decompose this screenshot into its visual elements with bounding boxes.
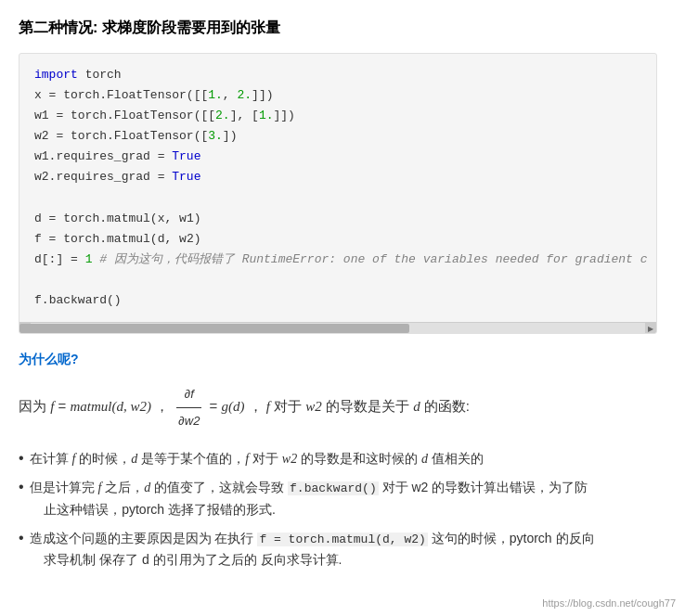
attr-requires-grad-2: requires_grad <box>56 170 149 184</box>
func-floattensor-3: torch.FloatTensor <box>71 129 194 143</box>
code-block: import torch x = torch.FloatTensor([[1.,… <box>19 54 656 322</box>
scroll-arrow-right[interactable]: ▶ <box>645 323 656 334</box>
math-g-d: g(d) <box>221 399 244 414</box>
bullet-text-2: 但是计算完 f 之后，d 的值变了，这就会导致 f.backward() 对于 … <box>30 477 657 520</box>
bullet-item-3: • 造成这个问题的主要原因是因为 在执行 f = torch.matmul(d,… <box>19 528 657 571</box>
math-comma: ， <box>155 398 169 414</box>
math-text-comma2: ， <box>249 398 263 414</box>
func-matmul-2: torch.matmul <box>63 232 150 246</box>
keyword-import: import <box>34 68 78 82</box>
func-floattensor-1: torch.FloatTensor <box>63 88 187 102</box>
comment-error: # 因为这句，代码报错了 RuntimeError: one of the va… <box>99 252 647 266</box>
math-block: 因为 f = matmul(d, w2) ， ∂f ∂w2 = g(d) ， f… <box>19 382 657 433</box>
math-fraction: ∂f ∂w2 <box>176 382 201 433</box>
var-d-slice: d[:] <box>34 252 63 266</box>
var-x: x <box>34 88 42 102</box>
num-2: 2. <box>215 109 230 122</box>
var-torch: torch <box>85 68 122 82</box>
code-scrollbar[interactable]: ◀ ▶ <box>19 322 656 333</box>
math-matmul: matmul(d, w2) <box>70 399 151 414</box>
bullet-text-1: 在计算 f 的时候，d 是等于某个值的，f 对于 w2 的导数是和这时候的 d … <box>30 448 657 469</box>
bullet-list: • 在计算 f 的时候，d 是等于某个值的，f 对于 w2 的导数是和这时候的 … <box>19 448 657 571</box>
math-text-func: 的函数: <box>424 398 470 414</box>
math-text-because: 因为 <box>19 398 50 414</box>
var-w1-req: w1 <box>34 149 49 163</box>
bullet-dot-1: • <box>19 448 24 468</box>
section-title: 第二种情况: 求梯度阶段需要用到的张量 <box>19 19 657 38</box>
code-block-wrapper: import torch x = torch.FloatTensor([[1.,… <box>19 53 657 334</box>
bullet-item-1: • 在计算 f 的时候，d 是等于某个值的，f 对于 w2 的导数是和这时候的 … <box>19 448 657 469</box>
math-text-for: 对于 <box>274 398 305 414</box>
page-container: 第二种情况: 求梯度阶段需要用到的张量 import torch x = tor… <box>0 0 685 602</box>
var-w1: w1 <box>34 109 49 122</box>
method-backward: backward <box>49 293 107 307</box>
num-2: 2. <box>237 88 252 102</box>
func-backward: f <box>34 293 42 307</box>
var-f: f <box>34 232 42 246</box>
arg-w1: w1 <box>179 212 194 225</box>
num-1b: 1. <box>259 109 274 122</box>
math-text-deriv: 的导数是关于 <box>326 398 413 414</box>
num-1: 1. <box>208 88 223 102</box>
bullet-dot-3: • <box>19 528 24 548</box>
math-text-eq: = <box>58 398 71 414</box>
var-w2-req: w2 <box>34 170 49 184</box>
numerator: ∂f <box>176 382 201 408</box>
bullet-text-3: 造成这个问题的主要原因是因为 在执行 f = torch.matmul(d, w… <box>30 528 657 571</box>
arg-x: x <box>158 212 165 225</box>
arg-d: d <box>158 232 165 246</box>
footer-url: https://blog.csdn.net/cough77 <box>542 597 676 609</box>
attr-requires-grad-1: requires_grad <box>56 149 149 163</box>
denominator: ∂w2 <box>176 408 201 433</box>
bullet-dot-2: • <box>19 477 24 497</box>
scroll-thumb[interactable] <box>19 324 409 333</box>
math-w2: w2 <box>305 399 322 414</box>
math-text-g: = <box>210 398 222 414</box>
bullet-item-2: • 但是计算完 f 之后，d 的值变了，这就会导致 f.backward() 对… <box>19 477 657 520</box>
func-matmul-1: torch.matmul <box>63 212 150 225</box>
kw-true-1: True <box>172 149 200 163</box>
var-d: d <box>34 212 42 225</box>
math-d: d <box>413 399 420 414</box>
kw-true-2: True <box>172 170 200 184</box>
arg-w2: w2 <box>179 232 194 246</box>
num-3: 3. <box>208 129 223 143</box>
func-floattensor-2: torch.FloatTensor <box>71 109 194 122</box>
num-one: 1 <box>85 252 93 266</box>
math-f-eq: f <box>50 399 54 414</box>
math-f2: f <box>266 399 270 414</box>
var-w2: w2 <box>34 129 49 143</box>
why-title: 为什么呢? <box>19 349 657 371</box>
